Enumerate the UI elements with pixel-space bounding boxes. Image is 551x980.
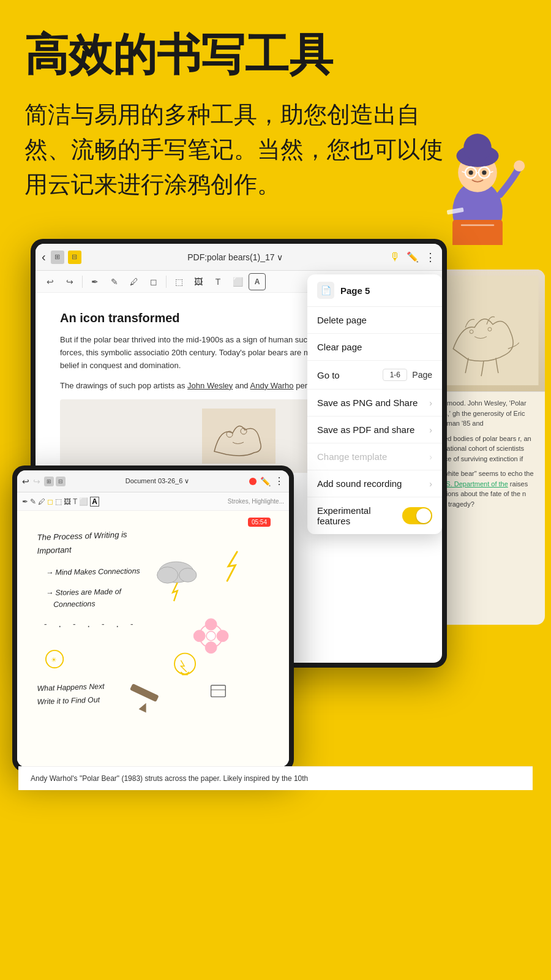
- redo-button[interactable]: ↪: [61, 273, 78, 290]
- recording-indicator: [249, 478, 257, 485]
- small-select-tool[interactable]: ⬚: [55, 497, 62, 506]
- svg-text:☀: ☀: [51, 656, 57, 663]
- svg-point-40: [174, 654, 195, 674]
- experimental-features-label: Experimental features: [317, 505, 402, 526]
- delete-page-label: Delete page: [317, 315, 367, 325]
- goto-input[interactable]: [383, 369, 407, 381]
- svg-text:- . - . - . -: - . - . - . -: [43, 620, 137, 629]
- menu-page-icon: 📄: [317, 282, 334, 299]
- goto-label: Go to: [317, 370, 340, 380]
- svg-text:Important: Important: [37, 545, 72, 556]
- svg-rect-13: [461, 224, 495, 226]
- toolbar-right: 🎙 ✏️ ⋮: [389, 251, 436, 264]
- clear-page-label: Clear page: [317, 342, 362, 352]
- link-andy-warhol[interactable]: Andy Warho: [250, 381, 294, 390]
- eraser-tool[interactable]: ◻: [145, 273, 162, 290]
- small-drawing-toolbar: ✒ ✎ 🖊 ◻ ⬚ 🖼 T ⬜ A Strokes, Highlighte...: [17, 492, 289, 511]
- highlighter-tool[interactable]: 🖊: [126, 273, 143, 290]
- svg-point-36: [217, 630, 228, 642]
- menu-page-title: Page 5: [340, 285, 370, 296]
- clear-page-item[interactable]: Clear page: [307, 334, 442, 361]
- svg-point-3: [463, 134, 491, 161]
- save-pdf-label: Save as PDF and share: [317, 424, 414, 435]
- small-grid-icon[interactable]: ⊞: [44, 477, 54, 486]
- small-highlighter-tool[interactable]: 🖊: [38, 497, 45, 506]
- small-font-tool[interactable]: A: [90, 497, 99, 507]
- small-undo[interactable]: ↩: [22, 477, 29, 486]
- font-tool[interactable]: A: [249, 273, 266, 290]
- small-eraser-tool[interactable]: ◻: [47, 497, 53, 506]
- pencil-icon[interactable]: ✏️: [407, 251, 419, 263]
- select-tool[interactable]: ⬚: [170, 273, 187, 290]
- svg-point-32: [157, 567, 178, 583]
- separator-2: [166, 276, 167, 288]
- strokes-label: Strokes, Highlighte...: [228, 498, 284, 505]
- character-svg: [416, 123, 539, 245]
- svg-text:Write it to Find Out: Write it to Find Out: [37, 696, 100, 707]
- goto-controls: Page: [383, 369, 432, 381]
- bookmark-icon[interactable]: ⊟: [68, 251, 81, 264]
- goto-page-item[interactable]: Go to Page: [307, 361, 442, 390]
- small-text-tool[interactable]: T: [73, 497, 77, 506]
- toggle-knob: [416, 508, 431, 523]
- bottom-strip-text: Andy Warhol's "Polar Bear" (1983) struts…: [31, 774, 308, 783]
- chevron-right-icon-3: ›: [429, 452, 432, 462]
- svg-rect-44: [211, 685, 226, 697]
- timer-badge: 05:54: [248, 518, 271, 527]
- image-tool[interactable]: 🖼: [190, 273, 207, 290]
- experimental-toggle[interactable]: [402, 507, 432, 524]
- svg-point-10: [482, 170, 486, 175]
- undo-button[interactable]: ↩: [42, 273, 59, 290]
- svg-point-37: [205, 642, 217, 654]
- doc-title-bar: PDF:polar bears(1)_17 ∨: [86, 252, 384, 262]
- footer-area: [0, 790, 551, 827]
- change-template-label: Change template: [317, 451, 387, 462]
- back-button[interactable]: ‹: [42, 250, 46, 264]
- shape-tool[interactable]: ⬜: [229, 273, 246, 290]
- chevron-right-icon-2: ›: [429, 425, 432, 435]
- add-sound-item[interactable]: Add sound recording ›: [307, 470, 442, 497]
- text-box-tool[interactable]: T: [209, 273, 227, 290]
- pencil-tool[interactable]: ✎: [106, 273, 123, 290]
- add-sound-label: Add sound recording: [317, 478, 402, 489]
- toolbar-icons: ⊞ ⊟: [51, 251, 81, 264]
- handwriting-area: The Process of Writing is Important → Mi…: [17, 511, 289, 767]
- save-png-label: Save as PNG and Share: [317, 398, 418, 408]
- small-more-icon[interactable]: ⋮: [274, 475, 284, 487]
- small-tablet: ↩ ↪ ⊞ ⊟ Document 03-26_6 ∨ ✏️ ⋮ ✒ ✎ 🖊 ◻ …: [12, 466, 294, 772]
- pen-tool[interactable]: ✒: [86, 273, 103, 290]
- microphone-icon[interactable]: 🎙: [389, 251, 400, 263]
- save-png-item[interactable]: Save as PNG and Share ›: [307, 390, 442, 417]
- small-doc-title: Document 03-26_6 ∨: [69, 477, 246, 485]
- small-pen-tool[interactable]: ✒: [22, 497, 28, 506]
- bear-image-svg: [202, 409, 276, 464]
- small-pencil-tool[interactable]: ✎: [30, 497, 36, 506]
- save-pdf-item[interactable]: Save as PDF and share ›: [307, 417, 442, 443]
- svg-rect-42: [130, 684, 159, 702]
- more-options-icon[interactable]: ⋮: [425, 251, 436, 264]
- tablet-area: ‹ ⊞ ⊟ PDF:polar bears(1)_17 ∨ 🎙 ✏️ ⋮ ↩ ↪…: [0, 239, 551, 790]
- page-subtitle: 简洁与易用的多种工具，助您创造出自然、流畅的手写笔记。当然，您也可以使用云记来进…: [24, 97, 453, 202]
- small-bookmark-icon[interactable]: ⊟: [56, 477, 66, 486]
- svg-point-35: [205, 619, 217, 630]
- change-template-item[interactable]: Change template ›: [307, 443, 442, 470]
- svg-text:Connections: Connections: [53, 600, 96, 609]
- grid-icon[interactable]: ⊞: [51, 251, 64, 264]
- bottom-strip: Andy Warhol's "Polar Bear" (1983) struts…: [18, 766, 533, 790]
- svg-point-9: [468, 170, 473, 175]
- chevron-right-icon: ›: [429, 398, 432, 408]
- small-pencil-icon[interactable]: ✏️: [260, 477, 271, 486]
- small-image-tool[interactable]: 🖼: [64, 497, 71, 506]
- dropdown-menu: 📄 Page 5 Delete page Clear page Go to Pa…: [307, 274, 442, 534]
- small-shape-tool[interactable]: ⬜: [79, 497, 88, 506]
- handwriting-svg: The Process of Writing is Important → Mi…: [29, 520, 277, 758]
- svg-point-33: [179, 568, 197, 582]
- chevron-right-icon-4: ›: [429, 479, 432, 489]
- delete-page-item[interactable]: Delete page: [307, 307, 442, 334]
- page-title: 高效的书写工具: [24, 31, 527, 79]
- link-john-wesley[interactable]: John Wesley: [187, 381, 233, 390]
- svg-text:→ Mind Makes Connections: → Mind Makes Connections: [46, 567, 140, 577]
- small-redo[interactable]: ↪: [33, 477, 40, 486]
- character-illustration: [416, 123, 539, 245]
- experimental-features-item[interactable]: Experimental features: [307, 497, 442, 534]
